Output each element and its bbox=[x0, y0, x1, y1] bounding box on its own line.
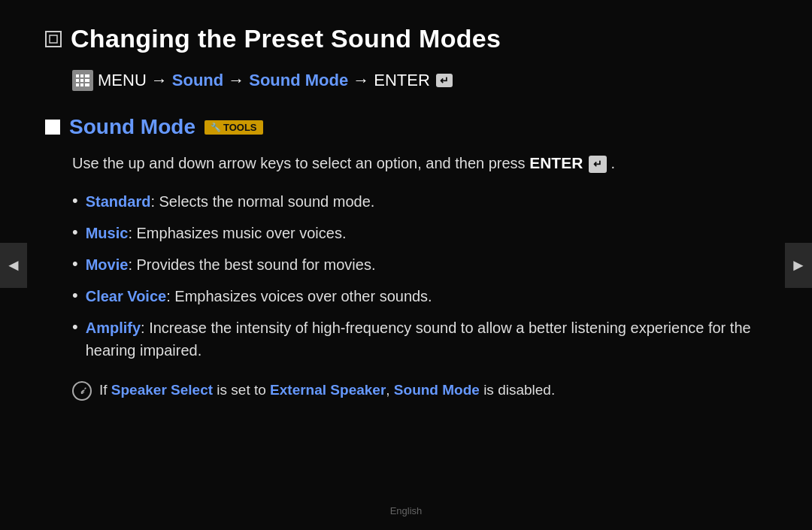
term-desc-2: : Emphasizes music over voices. bbox=[128, 225, 346, 241]
list-item-text-2: Music: Emphasizes music over voices. bbox=[86, 222, 347, 244]
list-item-text-1: Standard: Selects the normal sound mode. bbox=[86, 190, 375, 213]
breadcrumb-arrow1: → bbox=[151, 71, 168, 90]
note-pre: If bbox=[99, 382, 108, 398]
list-item-music: • Music: Emphasizes music over voices. bbox=[72, 222, 752, 244]
note-comma: , bbox=[386, 382, 389, 398]
checkbox-icon bbox=[45, 31, 62, 47]
note-text: If Speaker Select is set to External Spe… bbox=[99, 380, 555, 401]
tools-icon: 🔧 bbox=[211, 123, 221, 132]
list-item-text-3: Movie: Provides the best sound for movie… bbox=[86, 253, 376, 276]
left-arrow-icon: ◄ bbox=[5, 256, 22, 275]
breadcrumb-enter-label: ENTER bbox=[374, 71, 430, 90]
section-description: Use the up and down arrow keys to select… bbox=[72, 151, 752, 175]
section-title: Sound Mode bbox=[69, 115, 195, 139]
term-clear-voice: Clear Voice bbox=[86, 288, 166, 304]
svg-rect-2 bbox=[80, 74, 83, 77]
tools-label: TOOLS bbox=[223, 122, 257, 133]
svg-rect-3 bbox=[85, 74, 89, 77]
svg-rect-6 bbox=[85, 79, 89, 82]
list-item-movie: • Movie: Provides the best sound for mov… bbox=[72, 253, 752, 276]
svg-rect-4 bbox=[76, 79, 79, 82]
enter-icon-breadcrumb: ↵ bbox=[436, 74, 453, 87]
note-term3: Sound Mode bbox=[394, 382, 480, 398]
title-row: Changing the Preset Sound Modes bbox=[45, 24, 752, 53]
list-item-amplify: • Amplify: Increase the intensity of hig… bbox=[72, 316, 752, 362]
svg-rect-8 bbox=[80, 83, 83, 86]
bullet-dot-1: • bbox=[72, 190, 78, 212]
section-header: Sound Mode 🔧 TOOLS bbox=[45, 115, 752, 139]
menu-icon bbox=[72, 70, 93, 91]
nav-left-button[interactable]: ◄ bbox=[0, 243, 27, 288]
svg-rect-1 bbox=[76, 74, 79, 77]
term-desc-4: : Emphasizes voices over other sounds. bbox=[166, 288, 432, 304]
note-term2: External Speaker bbox=[270, 382, 386, 398]
language-label: English bbox=[390, 505, 423, 516]
svg-rect-7 bbox=[76, 83, 79, 86]
sound-mode-list: • Standard: Selects the normal sound mod… bbox=[72, 190, 752, 362]
svg-rect-0 bbox=[50, 35, 57, 43]
breadcrumb: MENU → Sound → Sound Mode → ENTER ↵ bbox=[72, 70, 752, 91]
note-mid: is set to bbox=[217, 382, 265, 398]
term-music: Music bbox=[86, 225, 129, 241]
term-desc-5: : Increase the intensity of high-frequen… bbox=[86, 320, 751, 359]
bullet-dot-2: • bbox=[72, 222, 78, 244]
list-item-text-4: Clear Voice: Emphasizes voices over othe… bbox=[86, 285, 432, 307]
enter-icon-desc: ↵ bbox=[589, 156, 607, 173]
svg-rect-9 bbox=[85, 83, 89, 86]
list-item-text-5: Amplify: Increase the intensity of high-… bbox=[86, 316, 752, 362]
svg-rect-5 bbox=[80, 79, 83, 82]
term-desc-3: : Provides the best sound for movies. bbox=[128, 256, 375, 273]
bullet-dot-4: • bbox=[72, 285, 78, 307]
note-post: is disabled. bbox=[483, 382, 555, 398]
breadcrumb-arrow2: → bbox=[228, 71, 244, 90]
term-standard: Standard bbox=[86, 193, 151, 210]
breadcrumb-arrow3: → bbox=[353, 71, 369, 90]
term-desc-1: : Selects the normal sound mode. bbox=[150, 193, 374, 210]
list-item-clear-voice: • Clear Voice: Emphasizes voices over ot… bbox=[72, 285, 752, 307]
note-icon: 𝒾 bbox=[72, 381, 92, 401]
breadcrumb-sound-mode: Sound Mode bbox=[249, 71, 348, 90]
list-item-standard: • Standard: Selects the normal sound mod… bbox=[72, 190, 752, 213]
term-movie: Movie bbox=[86, 256, 129, 273]
footer-language: English bbox=[390, 505, 423, 516]
bullet-dot-3: • bbox=[72, 253, 78, 275]
term-amplify: Amplify bbox=[86, 320, 141, 336]
black-square-icon bbox=[45, 120, 60, 135]
right-arrow-icon: ► bbox=[790, 256, 807, 275]
main-content: Changing the Preset Sound Modes MENU → S… bbox=[0, 0, 812, 401]
note-term1: Speaker Select bbox=[111, 382, 213, 398]
nav-right-button[interactable]: ► bbox=[785, 243, 812, 288]
breadcrumb-sound: Sound bbox=[172, 71, 223, 90]
description-pre: Use the up and down arrow keys to select… bbox=[72, 155, 526, 171]
bullet-dot-5: • bbox=[72, 316, 78, 338]
page-title: Changing the Preset Sound Modes bbox=[71, 24, 501, 53]
description-enter: ENTER bbox=[529, 154, 583, 171]
note-row: 𝒾 If Speaker Select is set to External S… bbox=[72, 380, 752, 401]
tools-badge: 🔧 TOOLS bbox=[205, 120, 263, 135]
description-post: . bbox=[611, 155, 615, 171]
breadcrumb-menu: MENU bbox=[98, 71, 147, 90]
